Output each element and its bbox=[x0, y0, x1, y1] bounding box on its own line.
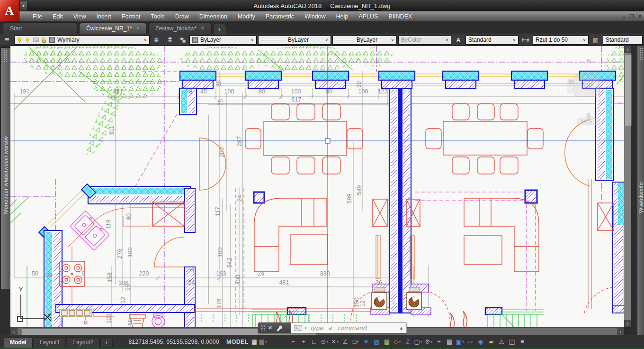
command-caret-icon[interactable]: ▾ bbox=[305, 326, 307, 330]
object-snap-icon[interactable]: □▾ bbox=[351, 336, 360, 348]
gizmo-icon[interactable]: ⚙▾ bbox=[424, 336, 433, 348]
table-style-button[interactable]: ▦ bbox=[590, 35, 601, 45]
menu-insert[interactable]: Insert bbox=[91, 11, 116, 21]
svg-text:122: 122 bbox=[378, 88, 388, 95]
polar-tracking-icon[interactable]: ⊙▾ bbox=[320, 336, 329, 348]
lineweight-icon[interactable]: ≡ bbox=[362, 336, 370, 348]
layer-on-bulb-icon bbox=[17, 37, 22, 43]
title-bar: Autodesk AutoCAD 2018 Ćwiczenie_NR_1.dwg… bbox=[0, 0, 644, 11]
dim-style-dropdown[interactable]: Rzut 1 do 50 ∨ bbox=[533, 36, 589, 45]
annotation-scale-icon[interactable]: ▣▾ bbox=[456, 336, 464, 348]
vertical-scroll-thumb[interactable] bbox=[625, 54, 632, 126]
text-style-dropdown[interactable]: Standard ∨ bbox=[465, 36, 519, 45]
menu-biindex[interactable]: BIINDEX bbox=[383, 11, 417, 21]
menu-format[interactable]: Format bbox=[116, 11, 146, 21]
close-icon[interactable]: ✕ bbox=[136, 26, 140, 31]
table-style-dropdown[interactable]: Standard bbox=[603, 36, 643, 45]
layout2-tab[interactable]: Layout2 bbox=[67, 337, 99, 348]
svg-text:338: 338 bbox=[119, 280, 129, 286]
menu-tools[interactable]: Tools bbox=[145, 11, 170, 21]
menu-help[interactable]: Help bbox=[331, 11, 354, 21]
clean-screen-icon[interactable]: ◱ bbox=[508, 336, 516, 348]
scroll-right-icon[interactable]: › bbox=[617, 328, 624, 335]
autoscale-icon[interactable]: ▰ bbox=[487, 336, 495, 348]
layer-previous-button[interactable] bbox=[164, 35, 175, 45]
autocad-logo[interactable]: A bbox=[0, 0, 19, 21]
chevron-down-icon: ∨ bbox=[250, 37, 254, 42]
customization-icon[interactable]: ≡ bbox=[518, 336, 527, 348]
scroll-down-icon[interactable]: ˅ bbox=[624, 320, 631, 327]
ortho-mode-icon[interactable]: ∟ bbox=[310, 336, 318, 348]
units-icon[interactable]: ▤ bbox=[445, 336, 454, 348]
annotation-monitor-icon[interactable]: ◉ bbox=[476, 336, 485, 348]
dynamic-input-icon[interactable]: + bbox=[299, 336, 308, 348]
menu-draw[interactable]: Draw bbox=[170, 11, 194, 21]
linetype-dropdown[interactable]: ByLayer ∨ bbox=[258, 36, 331, 45]
file-tab-zestaw[interactable]: Zestaw_bloków* ✕ bbox=[148, 22, 212, 34]
layout1-tab[interactable]: Layout1 bbox=[34, 337, 66, 348]
menu-dimension[interactable]: Dimension bbox=[194, 11, 233, 21]
selection-filter-icon[interactable]: ▢▾ bbox=[414, 336, 422, 348]
svg-text:942: 942 bbox=[226, 258, 233, 268]
command-grip[interactable] bbox=[260, 324, 265, 331]
model-tab[interactable]: Model bbox=[4, 337, 33, 348]
file-tab-cwiczenie[interactable]: Ćwiczenie_NR_1* ✕ bbox=[79, 22, 147, 34]
scroll-up-icon[interactable]: ˄ bbox=[624, 46, 631, 53]
svg-text:163: 163 bbox=[216, 270, 226, 277]
text-style-button[interactable]: A bbox=[453, 35, 464, 45]
lineweight-dropdown[interactable]: ByLayer ∨ bbox=[332, 36, 397, 45]
svg-text:311: 311 bbox=[108, 126, 115, 135]
command-close-icon[interactable]: ✕ bbox=[268, 325, 272, 331]
panel-grip bbox=[639, 47, 643, 60]
layer-dropdown[interactable]: Wymiary ∨ bbox=[14, 36, 150, 45]
workspace-switching-icon[interactable]: ▱ bbox=[466, 336, 474, 348]
layer-properties-button[interactable]: ≣ bbox=[1, 35, 13, 45]
dim-style-button[interactable] bbox=[520, 35, 531, 45]
graphics-performance-icon[interactable]: ⚠ bbox=[497, 336, 506, 348]
annotation-visibility-icon[interactable]: + bbox=[435, 336, 443, 348]
new-tab-button[interactable]: + bbox=[213, 24, 226, 34]
color-dropdown[interactable]: ByLayer ∨ bbox=[189, 36, 257, 45]
grid-display-icon[interactable]: ▦ bbox=[250, 336, 259, 348]
svg-text:408: 408 bbox=[235, 275, 242, 285]
selection-cycling-icon[interactable]: ▤ bbox=[383, 336, 391, 348]
command-history-icon[interactable]: ▲ bbox=[399, 326, 403, 331]
menu-file[interactable]: File bbox=[27, 11, 47, 21]
transparency-icon[interactable]: ▨ bbox=[372, 336, 381, 348]
snap-grid-icon[interactable]: ▦▾ bbox=[259, 336, 267, 348]
quick-access-caret-icon[interactable]: ▾ bbox=[19, 1, 27, 11]
model-space-badge[interactable]: MODEL bbox=[226, 335, 249, 348]
doc-minimize-button[interactable]: – bbox=[623, 14, 626, 19]
command-input[interactable]: Type a command bbox=[309, 324, 396, 331]
svg-text:200: 200 bbox=[218, 147, 225, 157]
doc-close-button[interactable]: ✕ bbox=[638, 13, 642, 19]
svg-text:341: 341 bbox=[113, 88, 123, 95]
menu-modify[interactable]: Modify bbox=[233, 11, 260, 21]
osnap-3d-icon[interactable]: ◇▾ bbox=[393, 336, 402, 348]
layer-states-button[interactable] bbox=[177, 35, 188, 45]
close-icon[interactable]: ✕ bbox=[200, 26, 204, 31]
command-line[interactable]: ✕ >_ ▾ Type a command ▲ bbox=[258, 322, 407, 333]
menu-window[interactable]: Window bbox=[299, 11, 331, 21]
dynamic-ucs-icon[interactable]: Z bbox=[403, 336, 412, 348]
scroll-left-icon[interactable]: ‹ bbox=[10, 328, 18, 335]
menu-aplus[interactable]: APLUS bbox=[353, 11, 383, 21]
properties-panel-tab[interactable]: Właściwości bbox=[637, 46, 644, 335]
svg-text:220: 220 bbox=[139, 270, 149, 277]
menu-edit[interactable]: Edit bbox=[47, 11, 68, 21]
plot-style-value: ByColor bbox=[401, 37, 443, 43]
drawing-canvas[interactable]: 1913413945100801008010012251739753931128… bbox=[10, 46, 624, 327]
isodraft-icon[interactable]: ✕▾ bbox=[331, 336, 339, 348]
make-layer-current-button[interactable] bbox=[151, 35, 162, 45]
menu-parametric[interactable]: Parametric bbox=[260, 11, 299, 21]
osnap-tracking-icon[interactable]: ∠ bbox=[341, 336, 349, 348]
doc-restore-button[interactable]: ❐ bbox=[629, 13, 634, 19]
infer-constraints-icon[interactable]: ⌐ bbox=[289, 336, 297, 348]
file-tab-start[interactable]: Start bbox=[3, 22, 78, 34]
vertical-scrollbar[interactable]: ˄ ˅ bbox=[624, 46, 631, 327]
menu-view[interactable]: View bbox=[68, 11, 91, 21]
layer-manager-panel-tab[interactable]: Menedżer właściwości warstw bbox=[0, 47, 11, 289]
new-layout-button[interactable]: + bbox=[100, 337, 113, 348]
svg-text:158: 158 bbox=[107, 273, 113, 283]
wrench-icon[interactable] bbox=[276, 324, 283, 331]
